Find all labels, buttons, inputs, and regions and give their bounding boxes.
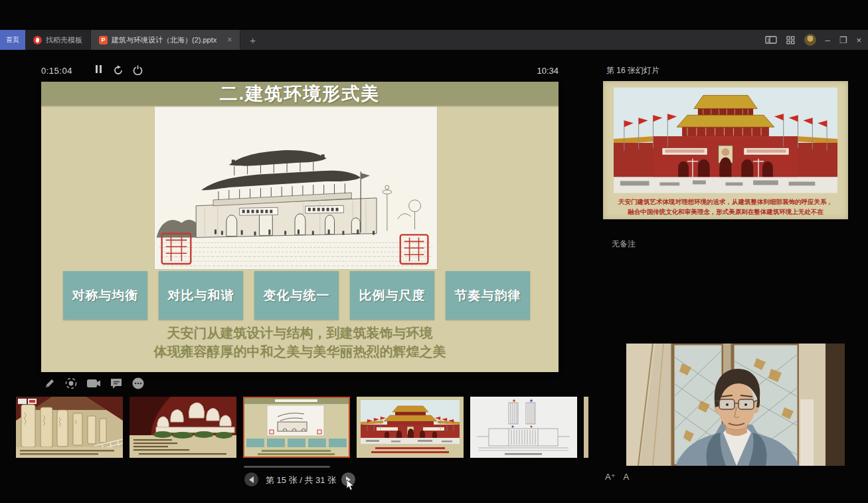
- docer-tab-label: 找稻壳模板: [46, 35, 82, 45]
- previous-slide-button[interactable]: [244, 472, 258, 486]
- mouse-cursor: [346, 479, 355, 494]
- file-tab-label: 建筑与环境设计（北海）(2).pptx: [112, 35, 217, 45]
- slide-caption-line2: 体现雍容醇厚的中和之美与美华丽热烈的辉煌之美: [41, 342, 559, 361]
- camera-icon[interactable]: [86, 378, 101, 389]
- preview-caption-line1: 天安门建筑艺术体现对理想环境的追求，从建筑整体到细部装饰的呼应关系，: [603, 198, 848, 207]
- home-tab[interactable]: 首页: [0, 30, 25, 50]
- slide-filmstrip: [16, 397, 588, 458]
- presenter-bar: 0:15:04 10:34: [41, 63, 559, 80]
- user-avatar[interactable]: [804, 34, 816, 46]
- filmstrip-scrollbar[interactable]: [244, 466, 330, 468]
- thumbnail-slide-13-stone-pillars[interactable]: [16, 397, 123, 458]
- application-window: 首页 找稻壳模板 P 建筑与环境设计（北海）(2).pptx × + 1 – ❐…: [0, 0, 868, 503]
- box-variation-unity: 变化与统一: [254, 271, 339, 320]
- presenter-video-frame: [626, 344, 845, 466]
- tab-close-icon[interactable]: ×: [227, 35, 232, 45]
- close-button[interactable]: ×: [856, 35, 861, 45]
- workspace-icon[interactable]: 1: [765, 36, 777, 44]
- box-rhythm-cadence: 节奏与韵律: [446, 271, 530, 320]
- docer-icon: [33, 36, 42, 45]
- thumbnail-slide-15-current[interactable]: [243, 397, 350, 458]
- box-symmetry-balance: 对称与均衡: [63, 271, 147, 320]
- box-proportion-scale: 比例与尺度: [350, 271, 434, 320]
- ppt-file-icon: P: [99, 36, 108, 45]
- tiananmen-photo: [614, 86, 837, 194]
- end-show-power-icon[interactable]: [133, 65, 143, 78]
- rehearsal-timer: 0:15:04: [41, 66, 72, 76]
- box-contrast-harmony: 对比与和谐: [159, 271, 243, 320]
- current-slide-canvas[interactable]: 二.建筑环境形式美: [41, 82, 559, 372]
- tiananmen-engraving: [155, 107, 437, 269]
- pause-timer-icon[interactable]: [96, 65, 102, 73]
- presenter-webcam-video[interactable]: [626, 344, 845, 466]
- thumbnail-slide-18-partial[interactable]: [584, 397, 588, 458]
- slide-counter: 第 15 张 / 共 31 张: [263, 474, 339, 486]
- restore-button[interactable]: ❐: [839, 35, 847, 45]
- docer-template-tab[interactable]: 找稻壳模板: [25, 30, 91, 50]
- system-clock: 10:34: [537, 66, 559, 76]
- comment-icon[interactable]: [110, 377, 123, 389]
- tiananmen-engraving-image: [154, 106, 438, 270]
- font-increase-button[interactable]: A⁺: [605, 472, 616, 482]
- presentation-file-tab[interactable]: P 建筑与环境设计（北海）(2).pptx ×: [91, 30, 240, 50]
- next-slide-header: 第 16 张幻灯片: [606, 65, 659, 76]
- font-decrease-button[interactable]: A: [624, 472, 630, 482]
- thumbnail-slide-14-marble-finials[interactable]: [130, 397, 236, 458]
- previous-arrow-icon: [249, 476, 254, 483]
- slide-caption-line1: 天安门从建筑设计与结构，到建筑装饰与环境: [41, 324, 559, 342]
- annotation-toolbar: [44, 377, 145, 390]
- svg-text:1: 1: [767, 38, 770, 43]
- slide-title: 二.建筑环境形式美: [41, 82, 559, 107]
- grid-apps-icon[interactable]: [786, 36, 795, 45]
- notes-font-controls: A⁺ A: [605, 472, 629, 482]
- new-tab-button[interactable]: +: [240, 30, 265, 50]
- next-slide-preview[interactable]: 天安门建筑艺术体现对理想环境的追求，从建筑整体到细部装饰的呼应关系， 融合中国传…: [603, 81, 848, 219]
- pen-icon[interactable]: [44, 377, 56, 389]
- preview-caption-line2: 融合中国传统文化和审美理念，形式美原则在整体建筑环境上无处不在: [603, 208, 848, 217]
- thumbnail-slide-16-tiananmen-photo[interactable]: [357, 397, 464, 458]
- minimize-button[interactable]: –: [825, 35, 830, 45]
- principle-boxes: 对称与均衡 对比与和谐 变化与统一 比例与尺度 节奏与韵律: [63, 271, 530, 320]
- reset-timer-icon[interactable]: [113, 65, 124, 78]
- thumbnail-slide-17-elevation-drawing[interactable]: [470, 397, 577, 458]
- laser-pointer-icon[interactable]: [64, 377, 78, 390]
- more-options-icon[interactable]: [131, 377, 145, 390]
- window-controls: 1 – ❐ ×: [765, 30, 868, 50]
- speaker-notes-placeholder: 无备注: [612, 239, 636, 250]
- window-titlebar: 首页 找稻壳模板 P 建筑与环境设计（北海）(2).pptx × +: [0, 30, 868, 50]
- slide-caption: 天安门从建筑设计与结构，到建筑装饰与环境 体现雍容醇厚的中和之美与美华丽热烈的辉…: [41, 324, 559, 361]
- home-tab-label: 首页: [6, 35, 19, 45]
